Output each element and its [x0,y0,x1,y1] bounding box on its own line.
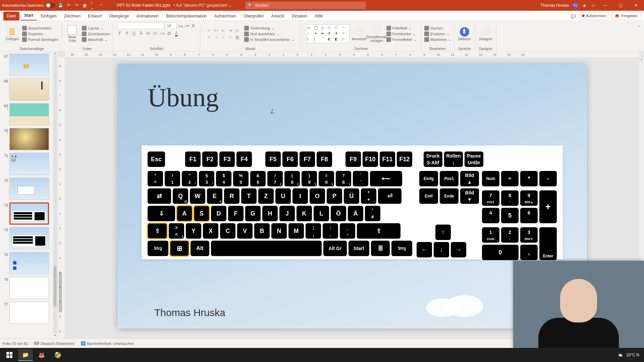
start-button[interactable] [2,349,17,361]
thumb-74[interactable] [9,227,49,249]
numbering-icon[interactable]: 1≡ [214,28,219,33]
font-color-icon[interactable]: A [174,31,179,36]
record-button[interactable]: Aufzeichnen [579,12,609,19]
keyboard-image[interactable]: Esc F1 F2 F3 F4 F5 F6 F7 F8 F [142,145,563,259]
user-name[interactable]: Thomas Hruska [540,3,569,8]
thumb-75[interactable] [9,252,49,274]
tab-dictation[interactable]: Dictation [288,12,311,20]
share-button[interactable]: 📤Freigeben [612,12,641,19]
coming-soon-icon[interactable]: ◈ [582,3,587,8]
taskbar-firefox[interactable]: 🦊 [34,349,49,361]
customize-qat-icon[interactable]: ⁼ [98,3,104,8]
format-painter-button[interactable]: Format übertragen [22,37,59,42]
tab-help[interactable]: Hilfe [311,12,326,20]
arrange-button[interactable]: Anordnen [352,27,367,41]
bullets-icon[interactable]: ≡· [207,28,212,33]
taskbar-chrome[interactable] [50,349,65,361]
tab-design[interactable]: Entwurf [85,12,105,20]
undo-icon[interactable]: ↶ [66,3,71,8]
tab-start[interactable]: Start [21,11,37,20]
line-spacing-icon[interactable]: ‡≡ [235,28,240,33]
replace-button[interactable]: Ersetzen⌄ [424,32,451,36]
autosave-toggle[interactable]: Automatisches Speichern [2,3,55,8]
shape-effects-button[interactable]: Formeffekte⌄ [386,37,417,42]
shapes-gallery[interactable]: ▭◯△◇⬠↔ ↕➔⬅⬆⬇☆ {}⌒◐◧▷ [306,24,350,43]
align-right-icon[interactable]: ≡ [221,35,226,40]
slide-counter[interactable]: Folie 73 von 82 [3,342,28,346]
touch-mode-icon[interactable]: ☟⌄ [90,3,96,8]
thumb-76[interactable] [9,277,49,299]
reset-button[interactable]: Zurücksetzen [82,32,110,36]
tab-animations[interactable]: Animationen [133,12,162,20]
thumbnail-scrollbar[interactable]: ▴ ▾ [53,52,57,339]
new-slide-button[interactable]: Neue Folie [64,25,80,43]
align-center-icon[interactable]: ≡ [214,35,219,40]
comments-icon[interactable]: 💬 [571,14,576,19]
tab-review[interactable]: Überprüfen [240,12,267,20]
tab-record[interactable]: Aufzeichnen [211,12,239,20]
vruler-scroll-handle[interactable] [59,272,62,312]
clear-format-icon[interactable]: A̸ [191,23,196,28]
user-avatar[interactable]: TH [572,2,578,8]
copy-button[interactable]: Kopieren [22,32,59,36]
scrollbar-handle[interactable] [53,266,57,306]
justify-icon[interactable]: ≡ [228,35,233,40]
columns-icon[interactable]: ▥ [235,35,240,40]
tab-transitions[interactable]: Übergänge [106,12,132,20]
designer-button[interactable]: Designer [478,27,493,41]
from-beginning-icon[interactable]: ▦ [82,3,88,8]
shape-outline-button[interactable]: Formkontur⌄ [386,32,417,36]
thumb-71[interactable]: ✕ ●1)2 [9,153,49,175]
tab-draw[interactable]: Zeichnen [61,12,84,20]
align-left-icon[interactable]: ≡ [207,35,212,40]
shape-fill-button[interactable]: Fülleffekt⌄ [386,26,417,31]
taskbar-explorer[interactable]: 📁 [18,349,33,361]
increase-font-icon[interactable]: A▴ [178,23,183,28]
save-icon[interactable]: 💾 [58,3,63,8]
highlight-icon[interactable]: ▤ [167,31,172,36]
tab-file[interactable]: Datei [3,12,19,20]
slide-author[interactable]: Thomas Hruska [154,307,225,318]
close-button[interactable]: ✕ [630,1,642,9]
paste-button[interactable]: Einfügen [5,27,20,41]
collapse-ribbon-icon[interactable]: ⌄ [636,22,642,51]
font-name-combo[interactable] [117,22,164,29]
weather-icon[interactable]: ⛅ [618,353,623,357]
section-button[interactable]: Abschnitt⌄ [82,37,110,42]
redo-icon[interactable]: ↷ [74,3,79,8]
underline-icon[interactable]: U [131,31,137,36]
thumb-68[interactable] [9,78,49,101]
language-status[interactable]: ⌨Deutsch (Österreich) [34,341,74,346]
thumb-73[interactable] [9,202,49,225]
thumb-70[interactable] [9,128,49,150]
slide-title[interactable]: Übung [148,82,219,113]
thumb-72[interactable] [9,178,49,200]
bold-icon[interactable]: F [117,31,123,36]
strike-icon[interactable]: S̶ [139,31,144,36]
thumb-77[interactable] [9,302,49,324]
font-size-combo[interactable]: 18 [165,22,177,29]
quick-styles-button[interactable]: Schnellformat- vorlagen [369,25,384,43]
thumb-69[interactable] [9,103,49,125]
tab-slideshow[interactable]: Bildschirmpräsentation [163,12,210,20]
indent-inc-icon[interactable]: ⇥ [228,28,233,33]
italic-icon[interactable]: K [124,31,130,36]
find-button[interactable]: Suchen [424,26,451,31]
maximize-button[interactable]: ▢ [614,1,627,9]
text-direction-button[interactable]: Textrichtung⌄ [244,26,294,31]
decrease-font-icon[interactable]: A▾ [184,23,190,28]
thumbnail-list[interactable]: 67◗◗ 68 69* 70* 71✕ ●1)2 72 73 74 75 76 … [0,52,53,339]
ribbon-options-icon[interactable]: ▭ [590,3,596,8]
char-spacing-icon[interactable]: AV [153,31,158,36]
smartart-button[interactable]: In SmartArt konvertieren⌄ [244,37,294,42]
accessibility-status[interactable]: ♿Barrierefreiheit: Untersuchen [81,341,134,346]
layout-button[interactable]: Layout⌄ [82,26,110,31]
minimize-button[interactable]: — [599,1,611,9]
align-text-button[interactable]: Text ausrichten⌄ [244,32,294,36]
cut-button[interactable]: Ausschneiden [22,26,59,31]
search-box[interactable]: 🔍 Suchen [245,2,366,9]
tab-insert[interactable]: Einfügen [37,12,60,20]
select-button[interactable]: Markieren⌄ [424,37,451,42]
shadow-icon[interactable]: ab [146,31,151,36]
thumb-67[interactable]: ◗◗ [9,54,49,76]
